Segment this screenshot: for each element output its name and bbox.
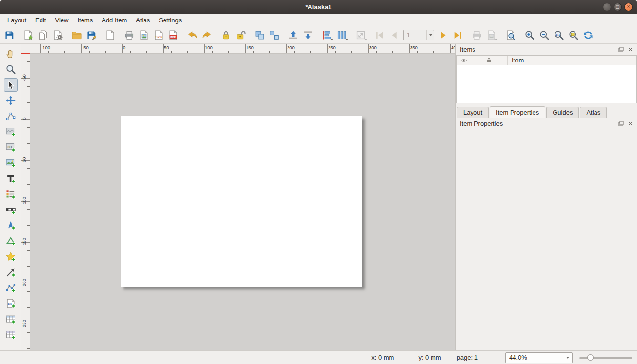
add-picture-button[interactable] — [4, 156, 18, 170]
duplicate-layout-button[interactable] — [36, 28, 50, 42]
add-pages-button[interactable] — [103, 28, 117, 42]
add-shape-button[interactable] — [4, 234, 18, 248]
tab-layout[interactable]: Layout — [457, 107, 489, 118]
window-title: *Alaska1 — [0, 3, 637, 11]
align-items-button[interactable] — [320, 28, 334, 42]
menu-add-item[interactable]: Add Item — [97, 15, 131, 25]
zoom-dropdown-button[interactable] — [563, 353, 572, 363]
load-from-template-button[interactable] — [70, 28, 83, 42]
save-as-template-button[interactable] — [84, 28, 98, 42]
horizontal-ruler[interactable]: -100-50050100150200250300350400 — [30, 44, 455, 54]
pan-layout-button[interactable] — [4, 47, 18, 61]
ruler-tick — [196, 51, 196, 53]
maximize-button[interactable]: ◻ — [614, 3, 622, 11]
close-panel-button[interactable] — [627, 121, 634, 127]
float-panel-button[interactable] — [618, 121, 624, 127]
menu-edit[interactable]: Edit — [31, 15, 50, 25]
add-attribute-table-button[interactable] — [4, 312, 18, 326]
preview-atlas-button[interactable] — [504, 28, 517, 42]
layout-manager-button[interactable] — [51, 28, 64, 42]
print-layout-button[interactable] — [123, 28, 136, 42]
ruler-tick — [442, 51, 442, 53]
select-move-item-button[interactable] — [4, 78, 18, 92]
save-project-button[interactable] — [2, 28, 16, 42]
new-layout-button[interactable] — [21, 28, 35, 42]
add-map-button[interactable] — [4, 125, 18, 139]
add-arrow-button[interactable] — [4, 265, 18, 279]
export-as-image-button[interactable] — [137, 28, 151, 42]
menu-layout[interactable]: Layout — [3, 15, 31, 25]
export-svg-icon: SVG — [153, 30, 164, 40]
ruler-tick — [228, 51, 229, 53]
menu-items[interactable]: Items — [73, 15, 97, 25]
add-legend-button[interactable] — [4, 187, 18, 201]
add-3d-map-icon: 3D — [5, 142, 16, 153]
add-label-button[interactable] — [4, 172, 18, 185]
close-panel-button[interactable] — [627, 46, 634, 53]
refresh-view-button[interactable] — [581, 28, 595, 42]
items-list-body[interactable] — [457, 65, 636, 103]
zoom-slider[interactable] — [579, 353, 632, 363]
ruler-tick — [269, 51, 270, 53]
ruler-tick — [245, 44, 246, 53]
edit-nodes-item-button[interactable] — [4, 109, 18, 123]
float-panel-button[interactable] — [618, 46, 624, 53]
ruler-tick — [409, 44, 410, 53]
lower-items-button[interactable] — [301, 28, 315, 42]
close-button[interactable]: × — [624, 3, 633, 11]
zoom-in-button[interactable] — [523, 28, 536, 42]
vertical-ruler[interactable]: -50050100150200250 — [21, 54, 30, 350]
zoom-full-button[interactable] — [567, 28, 580, 42]
save-icon — [4, 30, 15, 40]
menu-atlas[interactable]: Atlas — [131, 15, 154, 25]
zoom-out-button[interactable] — [537, 28, 551, 42]
ruler-tick — [27, 291, 30, 292]
page-gear-icon — [52, 30, 63, 40]
ruler-tick — [27, 184, 30, 185]
zoom-level-combo[interactable]: 44.0% — [505, 352, 573, 363]
atlas-next-feature-button[interactable] — [436, 28, 450, 42]
atlas-last-feature-button[interactable] — [451, 28, 465, 42]
add-node-item-button[interactable] — [4, 281, 18, 295]
undo-button[interactable] — [185, 28, 199, 42]
zoom-level-value: 44.0% — [506, 354, 563, 361]
toolbar-separator — [65, 26, 69, 43]
menu-view[interactable]: View — [50, 15, 73, 25]
ruler-tick — [401, 51, 401, 53]
redo-button[interactable] — [200, 28, 214, 42]
distribute-items-button[interactable] — [335, 28, 349, 42]
add-3d-map-button[interactable]: 3D — [4, 141, 18, 154]
zoom-actual-button[interactable]: 1:1 — [552, 28, 566, 42]
items-panel-title: Items — [460, 46, 618, 53]
ruler-tick — [27, 70, 30, 70]
zoom-slider-handle[interactable] — [587, 354, 594, 361]
tab-guides[interactable]: Guides — [546, 107, 579, 118]
svg-text:1:1: 1:1 — [556, 33, 560, 36]
raise-items-button[interactable] — [287, 28, 300, 42]
add-marker-button[interactable] — [4, 250, 18, 263]
export-as-svg-button[interactable]: SVG — [152, 28, 165, 42]
ungroup-items-button[interactable] — [267, 28, 281, 42]
tab-item-properties[interactable]: Item Properties — [490, 106, 545, 118]
export-atlas-button — [485, 28, 498, 42]
menu-settings[interactable]: Settings — [154, 15, 186, 25]
add-scale-bar-button[interactable] — [4, 203, 18, 217]
group-items-button[interactable] — [253, 28, 267, 42]
export-as-pdf-button[interactable]: PDF — [166, 28, 180, 42]
add-north-arrow-button[interactable] — [4, 219, 18, 232]
group-icon — [254, 30, 265, 40]
right-dock: Items Ite — [455, 44, 637, 350]
unlock-all-button[interactable] — [234, 28, 247, 42]
tab-atlas[interactable]: Atlas — [580, 107, 607, 118]
dropdown-arrow-icon — [566, 357, 569, 359]
ruler-label: 250 — [21, 318, 27, 329]
ruler-tick — [89, 51, 90, 53]
lock-selected-items-button[interactable] — [219, 28, 233, 42]
layout-page[interactable] — [121, 116, 362, 287]
zoom-button[interactable] — [4, 62, 18, 76]
add-html-button[interactable]: </> — [4, 297, 18, 310]
move-item-content-button[interactable] — [4, 94, 18, 107]
add-fixed-table-button[interactable] — [4, 328, 18, 342]
layout-canvas[interactable] — [30, 54, 455, 350]
minimize-button[interactable]: – — [603, 3, 611, 11]
